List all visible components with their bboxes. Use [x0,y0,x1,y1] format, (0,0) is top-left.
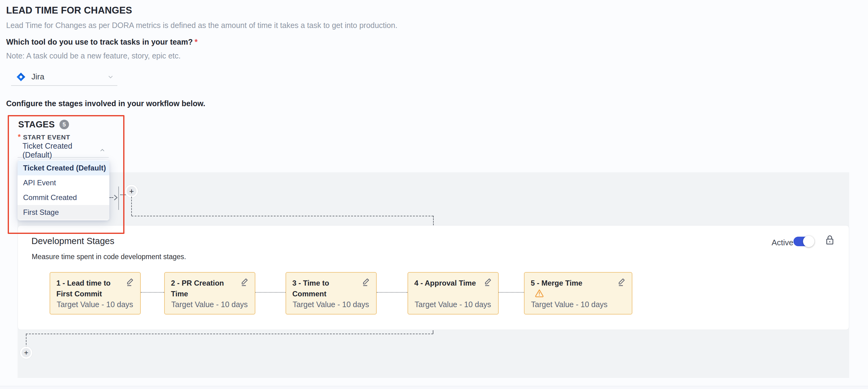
stage-title: 5 - Merge Time [531,278,626,298]
stage-connector [499,292,524,293]
stage-card-5[interactable]: 5 - Merge Time Target Value - 10 days [524,272,632,315]
chevron-up-icon [99,147,106,154]
required-asterisk: * [18,133,21,141]
connector-vertical-1 [131,197,132,216]
stage-connector [141,292,164,293]
development-stages-subtitle: Measure time spent in code development s… [32,253,186,261]
add-stage-button-bottom[interactable]: + [22,348,31,357]
stage-target-value: Target Value - 10 days [57,300,133,309]
toggle-knob [803,236,814,247]
stages-count-badge: 5 [59,120,69,129]
chevron-down-icon [107,73,114,80]
stage-target-value: Target Value - 10 days [292,300,369,309]
stage-target-value: Target Value - 10 days [414,300,491,309]
stage-card-2[interactable]: 2 - PR Creation Time Target Value - 10 d… [164,272,255,315]
active-status-label: Active [772,238,794,248]
connector-into-card [433,216,434,225]
development-stages-card: Development Stages Measure time spent in… [18,225,849,330]
required-asterisk: * [195,37,198,46]
stage-title: 2 - PR Creation Time [171,278,249,299]
edit-icon[interactable] [361,277,371,287]
warning-icon [534,288,544,298]
page-description: Lead Time for Changes as per DORA metric… [6,21,397,30]
stages-title: STAGES [18,120,55,130]
active-toggle[interactable] [794,237,813,246]
add-stage-button-top[interactable]: + [127,186,136,196]
start-event-select[interactable]: Ticket Created (Default) [18,143,109,158]
menu-item-first-stage[interactable]: First Stage [18,205,110,220]
stage-target-value: Target Value - 10 days [171,300,248,309]
stage-title: 3 - Time to Comment [292,278,370,299]
connector-vertical-2 [26,334,27,348]
lead-time-config-page: LEAD TIME FOR CHANGES Lead Time for Chan… [0,0,868,386]
stage-connector [377,292,407,293]
edit-icon[interactable] [617,277,627,287]
menu-item-commit-created[interactable]: Commit Created [18,190,110,205]
start-event-label: *START EVENT [18,133,70,141]
plus-icon: + [129,187,134,195]
tool-question: Which tool do you use to track tasks in … [6,37,197,46]
start-event-dropdown-menu: Ticket Created (Default) API Event Commi… [18,160,110,220]
tool-select[interactable]: Jira [11,68,117,86]
stages-heading: STAGES 5 [18,120,69,130]
development-stages-title: Development Stages [31,236,114,246]
stage-target-value: Target Value - 10 days [531,300,608,309]
connector-horizontal-bottom [26,334,433,334]
stage-title: 1 - Lead time to First Commit [56,278,134,299]
stage-title: 4 - Approval Time [414,278,492,288]
tool-note: Note: A task could be a new feature, sto… [6,52,181,60]
stage-card-4[interactable]: 4 - Approval Time Target Value - 10 days [407,272,499,315]
stage-connector [255,292,285,293]
connector-to-plus [120,195,126,195]
start-event-selected-value: Ticket Created (Default) [23,141,99,159]
stage-card-3[interactable]: 3 - Time to Comment Target Value - 10 da… [285,272,377,315]
menu-item-api-event[interactable]: API Event [18,175,110,190]
edit-icon[interactable] [483,277,493,287]
arrow-head-icon [112,194,119,201]
jira-logo-icon [16,72,26,82]
stage-card-1[interactable]: 1 - Lead time to First Commit Target Val… [50,272,141,315]
configure-text: Configure the stages involved in your wo… [6,99,205,108]
plus-icon: + [24,349,28,356]
menu-item-ticket-created[interactable]: Ticket Created (Default) [18,161,110,175]
lock-icon[interactable] [825,234,835,247]
connector-horizontal-top [131,216,433,216]
edit-icon[interactable] [125,277,135,287]
tool-select-value: Jira [31,72,101,82]
edit-icon[interactable] [240,277,250,287]
page-title: LEAD TIME FOR CHANGES [6,5,132,16]
